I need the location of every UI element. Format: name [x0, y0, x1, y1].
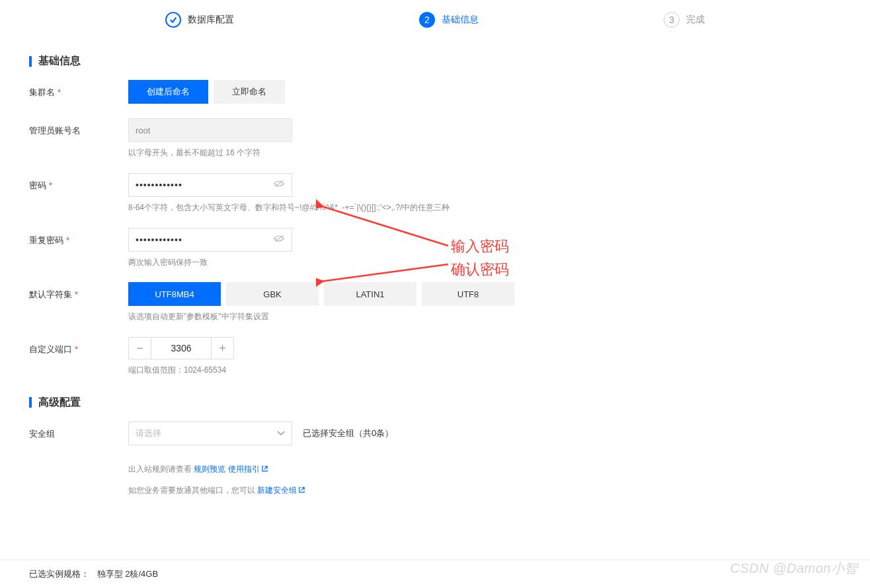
row-admin-account: 管理员账号名 以字母开头，最长不能超过 16 个字符 [29, 118, 841, 159]
tab-name-now[interactable]: 立即命名 [214, 80, 285, 104]
charset-latin1[interactable]: LATIN1 [324, 282, 416, 306]
row-cluster-name: 集群名* 创建后命名 立即命名 [29, 80, 841, 104]
port-stepper: − + [128, 337, 234, 359]
external-link-icon [298, 486, 305, 497]
charset-gbk[interactable]: GBK [226, 282, 319, 306]
check-circle-icon [165, 12, 181, 28]
cluster-name-tabs: 创建后命名 立即命名 [128, 80, 841, 104]
select-placeholder: 请选择 [136, 427, 161, 439]
chevron-down-icon [277, 428, 285, 438]
port-input[interactable] [151, 338, 211, 359]
section-basic-title: 基础信息 [29, 54, 841, 68]
charset-hint: 该选项自动更新"参数模板"中字符集设置 [128, 311, 841, 322]
port-hint: 端口取值范围：1024-65534 [128, 365, 841, 376]
wizard-steps: 数据库配置 2 基础信息 3 完成 [0, 0, 870, 34]
sg-ports-line: 如您业务需要放通其他端口，您可以 新建安全组 [128, 485, 841, 497]
sg-rules-line: 出入站规则请查看 规则预览 使用指引 [128, 464, 841, 476]
charset-utf8mb4[interactable]: UTF8MB4 [128, 282, 221, 306]
password-field[interactable] [128, 173, 292, 197]
step-2-label: 基础信息 [442, 14, 479, 26]
label-repeat-password: 重复密码* [29, 228, 128, 246]
port-increment[interactable]: + [211, 338, 233, 359]
security-group-select[interactable]: 请选择 [128, 422, 292, 445]
label-password: 密码* [29, 173, 128, 192]
step-1-label: 数据库配置 [188, 14, 234, 26]
step-2[interactable]: 2 基础信息 [419, 12, 479, 28]
footer-value: 独享型 2核/4GB [97, 569, 158, 579]
eye-off-icon[interactable] [273, 234, 285, 245]
section-advanced-title: 高级配置 [29, 396, 841, 410]
step-3-label: 完成 [686, 14, 705, 26]
repeat-password-hint: 两次输入密码保持一致 [128, 257, 841, 268]
step-1[interactable]: 数据库配置 [165, 12, 234, 28]
step-3-circle: 3 [664, 12, 680, 28]
row-password: 密码* 8-64个字符，包含大小写英文字母、数字和符号~!@#$%^&*_-+=… [29, 173, 841, 213]
external-link-icon [261, 464, 268, 476]
form-content: 基础信息 集群名* 创建后命名 立即命名 管理员账号名 以字母开头，最长不能超过… [0, 54, 870, 564]
port-decrement[interactable]: − [129, 338, 151, 359]
password-input[interactable] [136, 180, 273, 190]
charset-utf8[interactable]: UTF8 [422, 282, 514, 306]
eye-off-icon[interactable] [273, 179, 285, 190]
password-hint: 8-64个字符，包含大小写英文字母、数字和符号~!@#$%^&*_-+=`|\(… [128, 202, 841, 213]
row-repeat-password: 重复密码* 两次输入密码保持一致 [29, 228, 841, 268]
label-charset: 默认字符集* [29, 282, 128, 301]
usage-guide-link[interactable]: 使用指引 [228, 464, 268, 474]
label-custom-port: 自定义端口* [29, 337, 128, 355]
create-sg-link[interactable]: 新建安全组 [257, 486, 305, 495]
step-2-circle: 2 [419, 12, 435, 28]
repeat-password-field[interactable] [128, 228, 292, 252]
rules-preview-link[interactable]: 规则预览 [194, 464, 225, 474]
admin-account-hint: 以字母开头，最长不能超过 16 个字符 [128, 147, 841, 159]
row-charset: 默认字符集* UTF8MB4 GBK LATIN1 UTF8 该选项自动更新"参… [29, 282, 841, 322]
label-security-group: 安全组 [29, 422, 128, 440]
row-security-group: 安全组 请选择 已选择安全组（共0条） 出入站规则请查看 规则预览 使用指引 如… [29, 422, 841, 497]
footer-label: 已选实例规格： [29, 569, 89, 579]
charset-options: UTF8MB4 GBK LATIN1 UTF8 [128, 282, 841, 306]
label-cluster-name: 集群名* [29, 80, 128, 98]
admin-account-input [128, 118, 292, 142]
row-custom-port: 自定义端口* − + 端口取值范围：1024-65534 [29, 337, 841, 376]
repeat-password-input[interactable] [136, 235, 273, 245]
label-admin-account: 管理员账号名 [29, 118, 128, 137]
tab-name-after-create[interactable]: 创建后命名 [128, 80, 208, 104]
footer-bar: 已选实例规格： 独享型 2核/4GB [0, 560, 870, 588]
selected-sg-count: 已选择安全组（共0条） [303, 422, 393, 445]
step-3[interactable]: 3 完成 [664, 12, 705, 28]
